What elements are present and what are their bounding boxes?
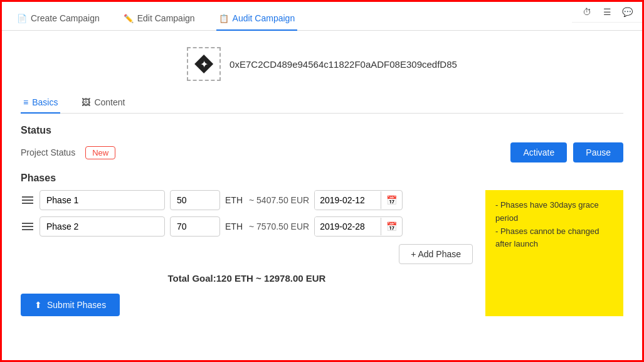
activate-button[interactable]: Activate <box>510 142 567 162</box>
sub-tab-content[interactable]: 🖼 Content <box>79 92 127 114</box>
phases-left: ETH ~ 5407.50 EUR 📅 ETH <box>21 190 473 316</box>
note-box: - Phases have 30days grace period - Phas… <box>485 190 623 316</box>
phase-1-date-input[interactable] <box>315 191 381 210</box>
tab-edit-campaign[interactable]: ✏️ Edit Campaign <box>121 7 198 31</box>
status-badge: New <box>85 146 115 159</box>
clock-icon[interactable]: ⏱ <box>581 6 593 18</box>
sub-tab-content-label: Content <box>94 97 125 107</box>
note-line-1: - Phases have 30days grace period <box>495 199 613 225</box>
phase-2-date-picker[interactable]: 📅 <box>314 216 403 237</box>
phase-2-amount-input[interactable] <box>170 216 220 237</box>
phase-2-date-input[interactable] <box>315 217 381 236</box>
project-status-label: Project Status <box>21 147 75 157</box>
logo-diamond: ✦ <box>194 55 213 73</box>
total-goal: Total Goal:120 ETH ~ 12978.00 EUR <box>21 273 473 284</box>
phases-and-note: ETH ~ 5407.50 EUR 📅 ETH <box>21 190 623 316</box>
add-phase-button[interactable]: + Add Phase <box>399 244 473 264</box>
phase-2-name-input[interactable] <box>40 216 165 237</box>
add-phase-row: + Add Phase <box>21 244 473 264</box>
calendar-1-icon[interactable]: 📅 <box>381 191 402 209</box>
tab-create-campaign[interactable]: 📄 Create Campaign <box>14 7 102 31</box>
sub-tab-basics[interactable]: ≡ Basics <box>21 92 60 114</box>
phase-1-name-input[interactable] <box>40 190 165 210</box>
phase-row-2: ETH ~ 7570.50 EUR 📅 <box>21 216 473 237</box>
drag-handle-2[interactable] <box>21 221 34 232</box>
phase-2-currency: ETH <box>225 221 244 232</box>
status-row: Project Status New Activate Pause <box>21 142 623 162</box>
submit-phases-button[interactable]: ⬆ Submit Phases <box>21 294 120 316</box>
tab-bar: 📄 Create Campaign ✏️ Edit Campaign 📋 Aud… <box>2 2 642 31</box>
content-icon: 🖼 <box>82 97 90 107</box>
chat-icon[interactable]: 💬 <box>621 6 633 18</box>
phase-1-amount-input[interactable] <box>170 190 220 210</box>
audit-campaign-icon: 📋 <box>219 14 229 23</box>
drag-handle-1[interactable] <box>21 195 34 205</box>
status-buttons: Activate Pause <box>510 142 623 162</box>
star-icon: ✦ <box>200 58 208 70</box>
status-section-title: Status <box>21 125 623 136</box>
tab-create-campaign-label: Create Campaign <box>31 13 100 23</box>
phases-section-title: Phases <box>21 173 623 184</box>
submit-phases-label: Submit Phases <box>47 300 106 310</box>
top-icons-bar: ⏱ ☰ 💬 <box>572 2 642 23</box>
phases-section: ETH ~ 5407.50 EUR 📅 ETH <box>21 190 473 237</box>
phase-1-eur: ~ 5407.50 EUR <box>249 195 309 205</box>
phase-row-1: ETH ~ 5407.50 EUR 📅 <box>21 190 473 210</box>
basics-icon: ≡ <box>23 97 28 107</box>
list-icon[interactable]: ☰ <box>601 6 613 18</box>
sub-tab-basics-label: Basics <box>32 97 58 107</box>
campaign-address: 0xE7C2CD489e94564c11822F0aADF08E309cedfD… <box>230 59 457 70</box>
sub-tab-bar: ≡ Basics 🖼 Content <box>21 92 623 114</box>
phase-1-currency: ETH <box>225 195 244 205</box>
tab-audit-campaign-label: Audit Campaign <box>233 13 295 23</box>
calendar-2-icon[interactable]: 📅 <box>381 218 402 235</box>
submit-icon: ⬆ <box>34 300 42 310</box>
phase-2-eur: ~ 7570.50 EUR <box>249 221 309 232</box>
campaign-logo: ✦ <box>187 47 221 81</box>
tab-edit-campaign-label: Edit Campaign <box>137 13 195 23</box>
tab-audit-campaign[interactable]: 📋 Audit Campaign <box>216 7 298 31</box>
campaign-header: ✦ 0xE7C2CD489e94564c11822F0aADF08E309ced… <box>21 41 623 92</box>
edit-campaign-icon: ✏️ <box>124 14 134 23</box>
main-content: ✦ 0xE7C2CD489e94564c11822F0aADF08E309ced… <box>2 31 642 326</box>
phase-1-date-picker[interactable]: 📅 <box>314 190 403 210</box>
pause-button[interactable]: Pause <box>573 142 623 162</box>
create-campaign-icon: 📄 <box>17 14 27 23</box>
note-line-2: - Phases cannot be changed after launch <box>495 225 613 252</box>
